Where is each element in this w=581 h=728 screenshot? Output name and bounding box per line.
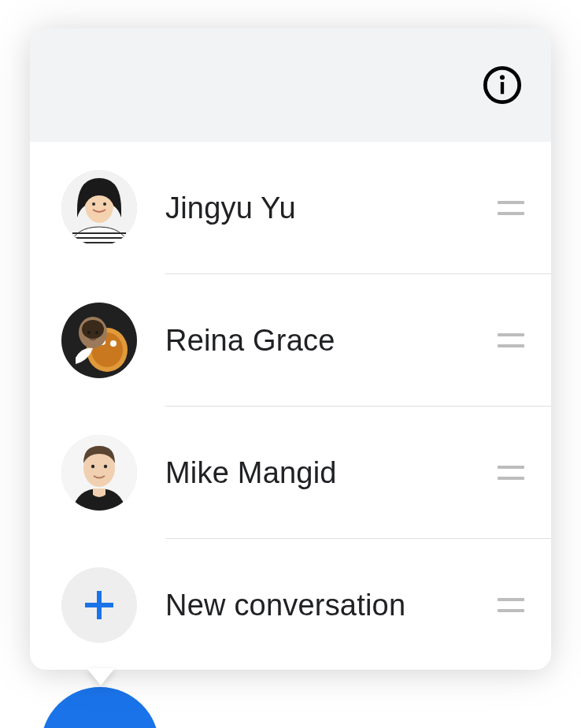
svg-point-18	[95, 331, 98, 334]
drag-handle-icon[interactable]	[498, 466, 524, 480]
avatar	[61, 170, 137, 246]
conversation-item[interactable]: Jingyu Yu	[30, 142, 551, 274]
svg-point-21	[91, 465, 94, 468]
conversation-name: Mike Mangid	[165, 456, 498, 490]
avatar-image	[61, 170, 137, 246]
svg-point-22	[104, 465, 107, 468]
svg-point-1	[500, 75, 505, 80]
conversation-item[interactable]: Mike Mangid	[30, 407, 551, 539]
info-button[interactable]	[480, 63, 524, 107]
add-avatar	[61, 567, 137, 643]
conversation-name: Jingyu Yu	[165, 191, 498, 225]
svg-point-14	[110, 340, 117, 347]
popover-header	[30, 28, 551, 142]
chat-fab[interactable]	[41, 687, 159, 728]
plus-icon	[80, 586, 118, 624]
conversation-name: Reina Grace	[165, 324, 498, 358]
svg-point-16	[82, 320, 104, 339]
drag-handle-icon[interactable]	[498, 333, 524, 347]
conversation-item[interactable]: Reina Grace	[30, 274, 551, 407]
avatar-image	[61, 435, 137, 511]
avatar-image	[61, 303, 137, 378]
svg-rect-2	[501, 82, 504, 94]
conversation-popover: Jingyu Yu	[30, 28, 551, 670]
svg-point-5	[92, 202, 95, 206]
drag-handle-icon[interactable]	[498, 201, 524, 215]
drag-handle-icon[interactable]	[498, 598, 524, 612]
conversation-list: Jingyu Yu	[30, 142, 551, 670]
info-icon	[482, 65, 523, 106]
avatar	[61, 435, 137, 511]
new-conversation-item[interactable]: New conversation	[30, 539, 551, 670]
avatar	[61, 303, 137, 378]
new-conversation-label: New conversation	[165, 589, 498, 622]
svg-point-17	[87, 331, 91, 334]
popover-tail	[87, 668, 115, 685]
svg-point-6	[103, 202, 106, 206]
